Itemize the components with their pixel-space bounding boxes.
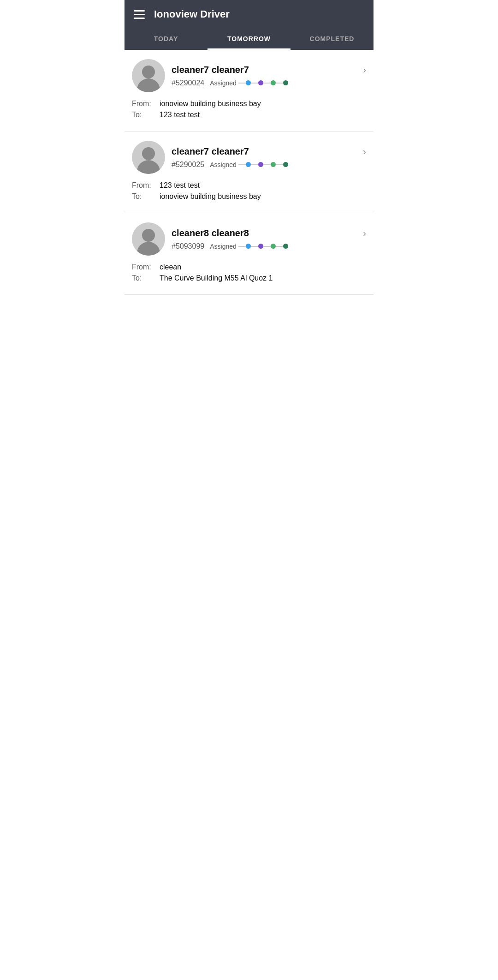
tab-completed[interactable]: COMPLETED xyxy=(290,29,374,49)
tab-bar: TODAY TOMORROW COMPLETED xyxy=(125,29,374,50)
status-dots xyxy=(238,162,288,167)
chevron-right-icon: › xyxy=(363,146,366,157)
dot-green xyxy=(271,80,276,85)
list-item[interactable]: cleaner7 cleaner7 › #5290024 Assigned xyxy=(125,50,374,131)
avatar xyxy=(132,222,165,256)
item-header: cleaner7 cleaner7 › #5290025 Assigned xyxy=(132,141,366,174)
dot-green xyxy=(271,162,276,167)
from-label: From: xyxy=(132,181,152,190)
item-info: cleaner7 cleaner7 › #5290025 Assigned xyxy=(172,146,366,169)
item-name: cleaner7 cleaner7 xyxy=(172,65,249,75)
dot-purple xyxy=(258,80,263,85)
dot-purple xyxy=(258,244,263,249)
tab-tomorrow[interactable]: TOMORROW xyxy=(208,29,290,49)
dot-purple xyxy=(258,162,263,167)
from-row: From: ionoview building business bay xyxy=(132,100,366,108)
item-info: cleaner8 cleaner8 › #5093099 Assigned xyxy=(172,228,366,251)
dot-dark-green xyxy=(283,244,288,249)
from-label: From: xyxy=(132,100,152,108)
item-info: cleaner7 cleaner7 › #5290024 Assigned xyxy=(172,65,366,87)
item-name-row: cleaner7 cleaner7 › xyxy=(172,146,366,157)
from-value: 123 test test xyxy=(160,181,200,190)
avatar xyxy=(132,141,165,174)
to-label: To: xyxy=(132,274,152,282)
item-number: #5290024 xyxy=(172,79,204,87)
status-badge: Assigned xyxy=(210,243,288,250)
app-title: Ionoview Driver xyxy=(154,8,230,20)
item-name: cleaner8 cleaner8 xyxy=(172,228,249,239)
to-row: To: 123 test test xyxy=(132,111,366,119)
dot-dark-green xyxy=(283,80,288,85)
item-route: From: cleean To: The Curve Building M55 … xyxy=(132,263,366,282)
item-status-row: #5290024 Assigned xyxy=(172,79,366,87)
to-value: ionoview building business bay xyxy=(160,192,261,201)
dot-green xyxy=(271,244,276,249)
status-badge: Assigned xyxy=(210,79,288,87)
item-name: cleaner7 cleaner7 xyxy=(172,146,249,157)
dot-blue xyxy=(246,80,251,85)
tab-today[interactable]: TODAY xyxy=(125,29,208,49)
to-row: To: The Curve Building M55 Al Quoz 1 xyxy=(132,274,366,282)
to-value: The Curve Building M55 Al Quoz 1 xyxy=(160,274,273,282)
item-number: #5290025 xyxy=(172,161,204,169)
app-header: Ionoview Driver xyxy=(125,0,374,29)
from-label: From: xyxy=(132,263,152,271)
to-row: To: ionoview building business bay xyxy=(132,192,366,201)
to-label: To: xyxy=(132,111,152,119)
item-header: cleaner8 cleaner8 › #5093099 Assigned xyxy=(132,222,366,256)
dot-dark-green xyxy=(283,162,288,167)
item-header: cleaner7 cleaner7 › #5290024 Assigned xyxy=(132,59,366,92)
item-name-row: cleaner8 cleaner8 › xyxy=(172,228,366,239)
item-route: From: ionoview building business bay To:… xyxy=(132,100,366,119)
orders-list: cleaner7 cleaner7 › #5290024 Assigned xyxy=(125,50,374,295)
from-row: From: 123 test test xyxy=(132,181,366,190)
item-route: From: 123 test test To: ionoview buildin… xyxy=(132,181,366,201)
from-row: From: cleean xyxy=(132,263,366,271)
chevron-right-icon: › xyxy=(363,228,366,239)
from-value: ionoview building business bay xyxy=(160,100,261,108)
to-label: To: xyxy=(132,192,152,201)
item-status-row: #5093099 Assigned xyxy=(172,242,366,251)
status-label: Assigned xyxy=(210,243,237,250)
avatar xyxy=(132,59,165,92)
to-value: 123 test test xyxy=(160,111,200,119)
list-item[interactable]: cleaner8 cleaner8 › #5093099 Assigned xyxy=(125,213,374,295)
item-status-row: #5290025 Assigned xyxy=(172,161,366,169)
item-name-row: cleaner7 cleaner7 › xyxy=(172,65,366,75)
status-dots xyxy=(238,244,288,249)
dot-blue xyxy=(246,244,251,249)
list-item[interactable]: cleaner7 cleaner7 › #5290025 Assigned xyxy=(125,131,374,213)
status-label: Assigned xyxy=(210,161,237,168)
status-badge: Assigned xyxy=(210,161,288,168)
item-number: #5093099 xyxy=(172,242,204,251)
from-value: cleean xyxy=(160,263,181,271)
chevron-right-icon: › xyxy=(363,65,366,75)
status-dots xyxy=(238,80,288,85)
menu-button[interactable] xyxy=(134,10,145,19)
status-label: Assigned xyxy=(210,79,237,87)
dot-blue xyxy=(246,162,251,167)
